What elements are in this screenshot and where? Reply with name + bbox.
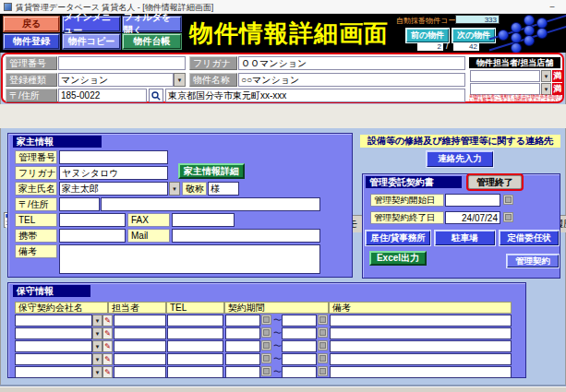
contact-input-button[interactable]: 連絡先入力 bbox=[427, 151, 493, 167]
lease-proxy-button[interactable]: 定借委任状 bbox=[500, 231, 559, 245]
maintenance-period-end-input[interactable] bbox=[282, 366, 317, 378]
maintenance-note-input[interactable] bbox=[330, 327, 512, 339]
maintenance-period-start-input[interactable] bbox=[225, 353, 260, 365]
owner-postal-input[interactable] bbox=[59, 197, 100, 211]
auto-number-value: 333 bbox=[455, 15, 500, 24]
prev-property-button[interactable]: 前の物件 bbox=[406, 29, 449, 42]
maintenance-company-input[interactable] bbox=[15, 353, 92, 365]
maintenance-period-start-calendar-icon[interactable] bbox=[261, 315, 271, 325]
open-folder-button[interactable]: フォルダを開く bbox=[123, 17, 181, 31]
maintenance-note-input[interactable] bbox=[330, 353, 512, 365]
property-copy-button[interactable]: 物件コピー bbox=[63, 34, 120, 49]
maintenance-company-input[interactable] bbox=[15, 366, 92, 378]
back-button[interactable]: 戻る bbox=[4, 17, 59, 31]
maintenance-edit-icon[interactable]: ✎ bbox=[102, 366, 113, 378]
property-type-dropdown-icon[interactable]: ▼ bbox=[174, 73, 186, 87]
owner-fax-input[interactable] bbox=[172, 213, 235, 227]
property-kana-input[interactable]: ＯＯマンション bbox=[238, 56, 465, 70]
maintenance-period-start-input[interactable] bbox=[225, 340, 260, 352]
maintenance-edit-icon[interactable]: ✎ bbox=[102, 315, 113, 327]
contract-start-label: 管理契約開始日 bbox=[370, 194, 444, 207]
owner-name-dropdown-icon[interactable]: ▼ bbox=[169, 182, 180, 196]
property-kana-label: フリガナ bbox=[189, 56, 237, 70]
contract-start-calendar-icon[interactable] bbox=[503, 195, 513, 205]
contract-start-input[interactable] bbox=[445, 194, 500, 207]
maintenance-period-end-calendar-icon[interactable] bbox=[318, 366, 328, 376]
record-counter-current: 2 bbox=[417, 42, 443, 51]
owner-mobile-label: 携帯 bbox=[15, 229, 57, 243]
maintenance-note-input[interactable] bbox=[330, 366, 512, 378]
maintenance-period-end-calendar-icon[interactable] bbox=[318, 340, 328, 350]
maintenance-company-dropdown-icon[interactable]: ▼ bbox=[92, 340, 102, 352]
property-code-input[interactable] bbox=[58, 56, 186, 70]
owner-note-textarea[interactable] bbox=[59, 244, 320, 274]
maintenance-period-end-input[interactable] bbox=[282, 315, 317, 327]
property-type-select[interactable]: マンション bbox=[58, 73, 174, 87]
contract-end-input[interactable]: 24/07/24 bbox=[445, 211, 500, 224]
owner-address-input[interactable] bbox=[101, 197, 320, 211]
main-menu-button[interactable]: メインメニュー bbox=[63, 17, 120, 31]
maintenance-company-input[interactable] bbox=[15, 340, 92, 352]
maintenance-period-end-calendar-icon[interactable] bbox=[318, 353, 328, 363]
owner-kana-input[interactable]: ヤヌシタロウ bbox=[59, 166, 168, 180]
maintenance-company-input[interactable] bbox=[15, 327, 92, 339]
owner-mail-input[interactable] bbox=[172, 229, 320, 243]
maintenance-company-dropdown-icon[interactable]: ▼ bbox=[92, 353, 102, 365]
maintenance-person-input[interactable] bbox=[114, 353, 166, 365]
maintenance-tel-input[interactable] bbox=[167, 366, 223, 378]
maintenance-period-start-calendar-icon[interactable] bbox=[261, 340, 271, 350]
maintenance-company-dropdown-icon[interactable]: ▼ bbox=[92, 366, 102, 378]
contract-end-button[interactable]: 管理終了 bbox=[468, 175, 522, 189]
maintenance-period-start-input[interactable] bbox=[225, 315, 260, 327]
maintenance-edit-icon[interactable]: ✎ bbox=[102, 353, 113, 365]
maintenance-note-input[interactable] bbox=[330, 315, 512, 327]
maintenance-tel-input[interactable] bbox=[167, 340, 223, 352]
maintenance-period-start-calendar-icon[interactable] bbox=[261, 353, 271, 363]
management-contract-button[interactable]: 管理契約 bbox=[507, 255, 559, 267]
maintenance-tel-input[interactable] bbox=[167, 315, 223, 327]
maintenance-company-input[interactable] bbox=[15, 315, 92, 327]
minimize-button[interactable]: － bbox=[546, 0, 559, 13]
maintenance-person-input[interactable] bbox=[114, 327, 166, 339]
maintenance-edit-icon[interactable]: ✎ bbox=[102, 340, 113, 352]
address-search-icon[interactable] bbox=[149, 89, 163, 102]
property-postal-input[interactable]: 185-0022 bbox=[58, 89, 147, 102]
contact-banner: 設備等の修繕及び維持管理等に関する連絡先 bbox=[360, 135, 560, 148]
maintenance-edit-icon[interactable]: ✎ bbox=[102, 327, 113, 339]
maintenance-period-start-input[interactable] bbox=[225, 366, 260, 378]
honorific-input[interactable]: 様 bbox=[208, 182, 239, 196]
staff-person-dropdown-icon[interactable]: ▼ bbox=[541, 70, 551, 82]
record-counter-total: 42 bbox=[453, 42, 479, 51]
staff-person-select[interactable] bbox=[470, 70, 540, 82]
property-name-input[interactable]: ○○マンション bbox=[238, 73, 465, 87]
maintenance-period-start-input[interactable] bbox=[225, 327, 260, 339]
contract-end-calendar-icon[interactable] bbox=[503, 212, 513, 222]
maintenance-person-input[interactable] bbox=[114, 366, 166, 378]
owner-tel-input[interactable] bbox=[59, 213, 126, 227]
maintenance-company-dropdown-icon[interactable]: ▼ bbox=[92, 327, 102, 339]
property-address-input[interactable]: 東京都国分寺市東元町xx-xxx bbox=[165, 89, 465, 102]
maintenance-note-input[interactable] bbox=[330, 340, 512, 352]
next-property-button[interactable]: 次の物件 bbox=[452, 29, 495, 42]
maintenance-tel-input[interactable] bbox=[167, 353, 223, 365]
maintenance-period-start-calendar-icon[interactable] bbox=[261, 327, 271, 338]
residence-office-button[interactable]: 居住/貸事務所 bbox=[366, 231, 430, 245]
maintenance-person-input[interactable] bbox=[114, 315, 166, 327]
maintenance-person-input[interactable] bbox=[114, 340, 166, 352]
owner-name-input[interactable]: 家主太郎 bbox=[59, 182, 168, 196]
maintenance-company-dropdown-icon[interactable]: ▼ bbox=[92, 315, 102, 327]
property-register-button[interactable]: 物件登録 bbox=[4, 34, 59, 49]
maintenance-tel-input[interactable] bbox=[167, 327, 223, 339]
maintenance-period-end-input[interactable] bbox=[282, 327, 317, 339]
maintenance-period-end-calendar-icon[interactable] bbox=[318, 315, 328, 325]
property-ledger-button[interactable]: 物件台帳 bbox=[123, 34, 181, 49]
maintenance-period-start-calendar-icon[interactable] bbox=[261, 366, 271, 376]
owner-mobile-input[interactable] bbox=[59, 229, 126, 243]
owner-code-input[interactable] bbox=[59, 150, 168, 164]
excel-export-button[interactable]: Excel出力 bbox=[369, 251, 427, 266]
parking-button[interactable]: 駐車場 bbox=[435, 231, 495, 245]
owner-detail-button[interactable]: 家主情報詳細 bbox=[178, 163, 245, 179]
maintenance-period-end-calendar-icon[interactable] bbox=[318, 327, 328, 338]
maintenance-period-end-input[interactable] bbox=[282, 340, 317, 352]
maintenance-period-end-input[interactable] bbox=[282, 353, 317, 365]
